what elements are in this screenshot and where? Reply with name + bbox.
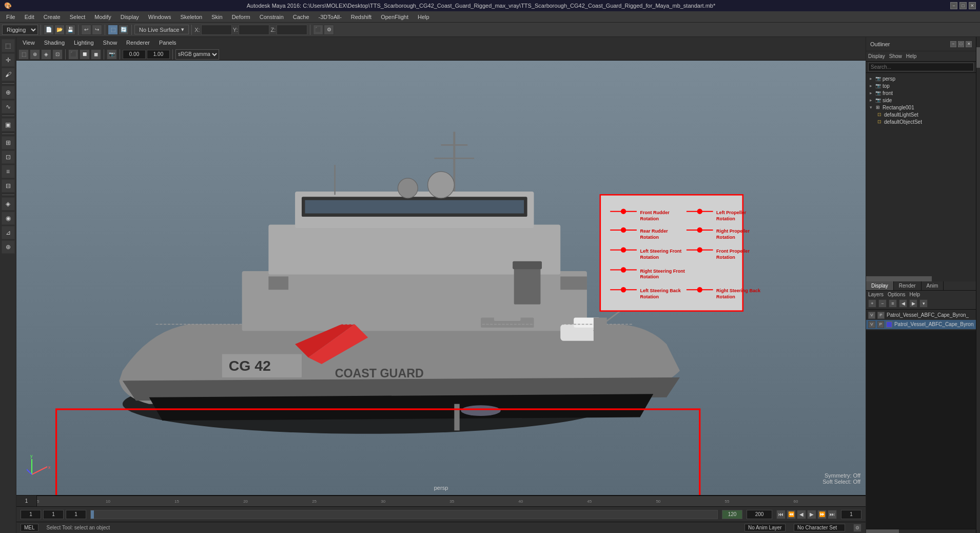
lighting-menu[interactable]: Lighting <box>70 39 98 47</box>
menu-item-create[interactable]: Create <box>40 13 65 21</box>
tree-item-rectangle001[interactable]: ▾ ⊞ Rectangle001 <box>866 104 976 111</box>
curve-tool-btn[interactable]: ∿ <box>2 100 15 113</box>
tool-btn-3[interactable]: ≡ <box>2 165 15 178</box>
z-field[interactable] <box>277 25 307 35</box>
viewport-value2-field[interactable] <box>147 50 170 59</box>
playback-current-frame[interactable]: 1 <box>841 510 861 519</box>
tree-item-persp[interactable]: ▸ 📷 persp <box>866 75 976 82</box>
timeline-scrubber[interactable] <box>90 510 718 519</box>
viewport-tool-3[interactable]: ◈ <box>41 49 51 60</box>
select-tool-left-btn[interactable]: ⬚ <box>2 39 15 52</box>
x-field[interactable] <box>201 25 232 35</box>
outliner-show-menu[interactable]: Show <box>889 53 902 59</box>
current-frame-field[interactable]: 1 <box>43 510 64 519</box>
snap-tool-btn[interactable]: ⊕ <box>2 86 15 99</box>
layer-left-btn[interactable]: ◀ <box>899 299 907 308</box>
step-back-btn[interactable]: ⏪ <box>787 510 796 519</box>
layers-subtab[interactable]: Layers <box>868 292 884 297</box>
view-menu[interactable]: View <box>18 39 39 47</box>
menu-item-skin[interactable]: Skin <box>207 13 226 21</box>
display-layer-btn[interactable]: ▣ <box>2 118 15 131</box>
animation-timeline[interactable]: 5 10 15 20 25 30 35 40 45 50 55 60 <box>37 496 866 507</box>
layer-collapse-btn[interactable]: ▾ <box>919 299 928 308</box>
right-scroll-thumb[interactable] <box>976 47 980 68</box>
shading-menu[interactable]: Shading <box>40 39 69 47</box>
restore-button[interactable]: □ <box>959 2 967 9</box>
char-set-field[interactable]: No Character Set <box>794 524 845 531</box>
outliner-help-menu[interactable]: Help <box>906 53 917 59</box>
tool-btn-1[interactable]: ⊞ <box>2 136 15 149</box>
play-forward-btn[interactable]: ▶ <box>807 510 816 519</box>
options-subtab[interactable]: Options <box>888 292 905 297</box>
hscroll-thumb[interactable] <box>866 276 932 281</box>
display-tab[interactable]: Display <box>866 281 894 290</box>
new-file-btn[interactable]: 📄 <box>44 25 54 35</box>
go-start-btn[interactable]: ⏮ <box>776 510 786 519</box>
menu-item-display[interactable]: Display <box>116 13 143 21</box>
expand-icon[interactable]: ▸ <box>868 83 873 88</box>
menu-item-openflight[interactable]: OpenFlight <box>377 13 413 21</box>
viewport-shading-2[interactable]: 🔲 <box>80 49 90 60</box>
tool-btn-6[interactable]: ◉ <box>2 212 15 225</box>
outliner-restore-btn[interactable]: □ <box>958 41 964 47</box>
go-end-btn[interactable]: ⏭ <box>828 510 837 519</box>
viewport-cam-1[interactable]: 📷 <box>107 49 117 60</box>
step-forward-btn[interactable]: ⏩ <box>817 510 827 519</box>
tree-item-top[interactable]: ▸ 📷 top <box>866 82 976 89</box>
expand-icon[interactable]: ▸ <box>868 76 873 81</box>
layer-row-1[interactable]: V P Patrol_Vessel_ABFC_Cape_Byron_ <box>866 311 976 320</box>
settings-gear-icon[interactable]: ⚙ <box>853 524 861 532</box>
tree-item-front[interactable]: ▸ 📷 front <box>866 89 976 97</box>
menu-item--3dtoall-[interactable]: -3DToAll- <box>315 13 346 21</box>
viewport-shading-1[interactable]: ⬛ <box>68 49 79 60</box>
tool-btn-5[interactable]: ◈ <box>2 197 15 211</box>
select-tool-btn[interactable]: ⬚ <box>108 25 118 35</box>
render-settings-btn[interactable]: ⚙ <box>324 25 334 35</box>
outliner-search-input[interactable] <box>868 63 974 71</box>
menu-item-select[interactable]: Select <box>66 13 90 21</box>
right-scrollbar[interactable] <box>976 37 980 533</box>
viewport-tool-4[interactable]: ⊡ <box>52 49 63 60</box>
open-file-btn[interactable]: 📂 <box>54 25 65 35</box>
viewport-value1-field[interactable] <box>123 50 146 59</box>
outliner-close-btn[interactable]: ✕ <box>966 41 972 47</box>
play-back-btn[interactable]: ◀ <box>797 510 806 519</box>
anim-layer-field[interactable]: No Anim Layer <box>744 524 786 531</box>
menu-item-skeleton[interactable]: Skeleton <box>176 13 206 21</box>
lasso-tool-btn[interactable]: 🔄 <box>119 25 129 35</box>
panels-menu[interactable]: Panels <box>155 39 181 47</box>
render-tab[interactable]: Render <box>894 281 922 290</box>
minimize-button[interactable]: − <box>950 2 957 9</box>
tool-btn-8[interactable]: ⊕ <box>2 240 15 254</box>
tool-btn-2[interactable]: ⊡ <box>2 150 15 164</box>
renderer-menu[interactable]: Renderer <box>122 39 154 47</box>
menu-item-constrain[interactable]: Constrain <box>256 13 288 21</box>
panel-hscroll-thumb[interactable] <box>866 529 899 533</box>
tool-btn-7[interactable]: ⊿ <box>2 226 15 239</box>
expand-icon[interactable]: ▸ <box>868 98 873 103</box>
undo-btn[interactable]: ↩ <box>81 25 91 35</box>
viewport-shading-3[interactable]: ◼ <box>91 49 101 60</box>
expand-icon[interactable]: ▸ <box>868 90 873 96</box>
layer-p-btn-1[interactable]: P <box>877 312 885 319</box>
tree-item-defaultobjectset[interactable]: ⊡ defaultObjectSet <box>866 118 976 125</box>
layer-right-btn[interactable]: ▶ <box>909 299 917 308</box>
layer-vp-btn-2[interactable]: V <box>868 321 875 328</box>
y-field[interactable] <box>239 25 269 35</box>
menu-item-modify[interactable]: Modify <box>90 13 115 21</box>
gamma-dropdown[interactable]: sRGB gamma <box>175 49 219 60</box>
layer-row-2[interactable]: V P Patrol_Vessel_ABFC_Cape_Byron_ <box>866 320 976 329</box>
menu-item-help[interactable]: Help <box>414 13 434 21</box>
menu-item-windows[interactable]: Windows <box>144 13 175 21</box>
viewport-tool-1[interactable]: ⬚ <box>18 49 29 60</box>
tree-item-side[interactable]: ▸ 📷 side <box>866 97 976 104</box>
tool-btn-4[interactable]: ⊟ <box>2 179 15 193</box>
viewport-canvas[interactable]: CG 42 COAST GUARD <box>16 61 866 495</box>
start-frame-field[interactable]: 1 <box>21 510 41 519</box>
end-frame-field[interactable]: 200 <box>747 510 772 519</box>
render-btn[interactable]: ⬛ <box>313 25 323 35</box>
help-subtab[interactable]: Help <box>909 292 920 297</box>
add-layer-btn[interactable]: + <box>868 299 876 308</box>
expand-icon-rect[interactable]: ▾ <box>868 105 873 110</box>
menu-item-deform[interactable]: Deform <box>228 13 254 21</box>
